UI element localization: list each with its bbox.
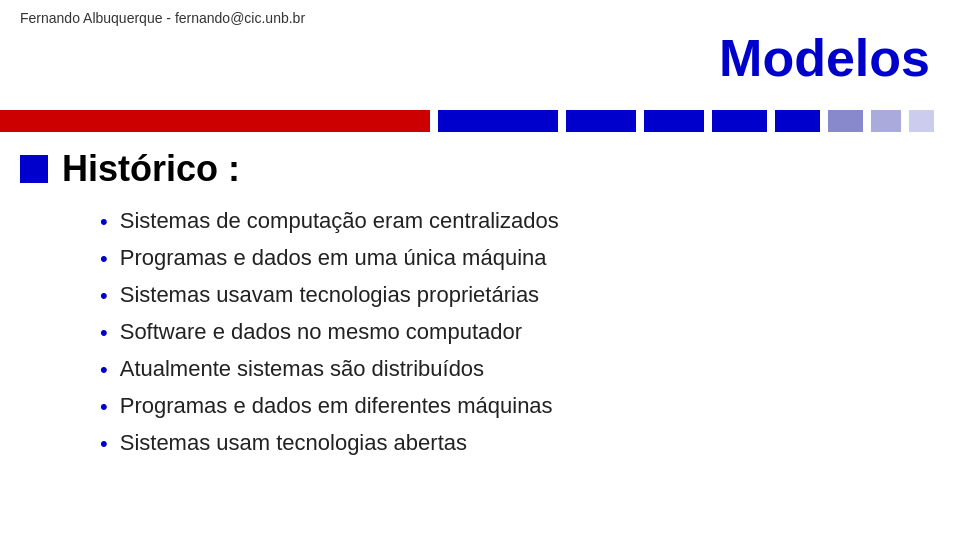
historico-header: Histórico : <box>20 148 940 190</box>
bullet-text: Programas e dados em diferentes máquinas <box>120 393 553 419</box>
header-email: Fernando Albuquerque - fernando@cic.unb.… <box>20 10 305 26</box>
blue-square-icon <box>20 155 48 183</box>
list-item: •Sistemas usam tecnologias abertas <box>100 430 940 457</box>
bullet-icon: • <box>100 357 108 383</box>
list-item: •Sistemas de computação eram centralizad… <box>100 208 940 235</box>
progress-bar <box>0 110 960 132</box>
list-item: •Programas e dados em uma única máquina <box>100 245 940 272</box>
main-content: Histórico : •Sistemas de computação eram… <box>20 148 940 467</box>
bar-blue-7 <box>871 110 901 132</box>
bar-blue-3 <box>644 110 704 132</box>
list-item: •Programas e dados em diferentes máquina… <box>100 393 940 420</box>
bullet-icon: • <box>100 394 108 420</box>
bullet-text: Atualmente sistemas são distribuídos <box>120 356 484 382</box>
bar-blue-8 <box>909 110 934 132</box>
list-item: •Atualmente sistemas são distribuídos <box>100 356 940 383</box>
bullet-icon: • <box>100 209 108 235</box>
list-item: •Sistemas usavam tecnologias proprietári… <box>100 282 940 309</box>
bullet-text: Sistemas de computação eram centralizado… <box>120 208 559 234</box>
bullet-icon: • <box>100 283 108 309</box>
bar-blue-5 <box>775 110 820 132</box>
bullet-text: Sistemas usam tecnologias abertas <box>120 430 467 456</box>
bullet-list: •Sistemas de computação eram centralizad… <box>20 208 940 457</box>
list-item: •Software e dados no mesmo computador <box>100 319 940 346</box>
bullet-icon: • <box>100 246 108 272</box>
bullet-text: Sistemas usavam tecnologias proprietária… <box>120 282 539 308</box>
page-title: Modelos <box>719 29 930 87</box>
bullet-text: Programas e dados em uma única máquina <box>120 245 547 271</box>
bar-blue-6 <box>828 110 863 132</box>
bullet-icon: • <box>100 320 108 346</box>
bullet-icon: • <box>100 431 108 457</box>
bar-blue-2 <box>566 110 636 132</box>
bullet-text: Software e dados no mesmo computador <box>120 319 522 345</box>
bar-red <box>0 110 430 132</box>
title-area: Modelos <box>719 28 930 88</box>
historico-title: Histórico : <box>62 148 240 190</box>
bar-blue-4 <box>712 110 767 132</box>
bar-blue-1 <box>438 110 558 132</box>
